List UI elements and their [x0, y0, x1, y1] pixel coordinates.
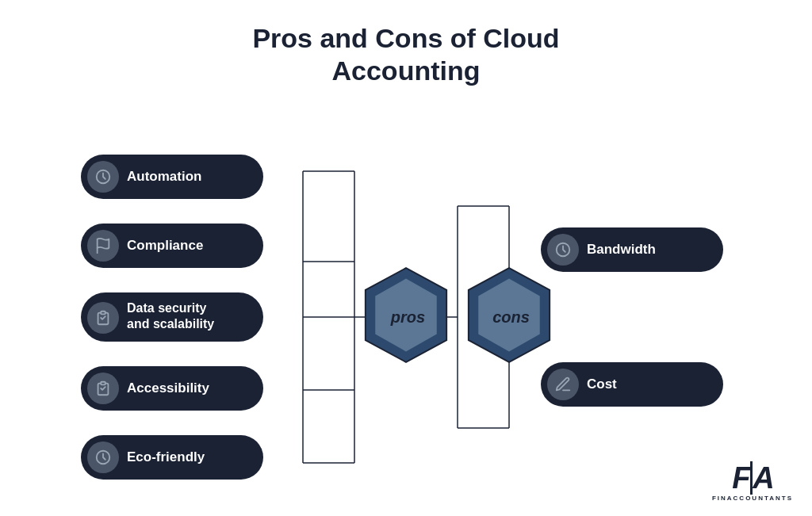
pill-accessibility: Accessibility [81, 366, 263, 411]
bandwidth-icon [547, 234, 579, 266]
pill-cost: Cost [541, 362, 723, 407]
cost-icon [547, 369, 579, 400]
compliance-label: Compliance [127, 238, 203, 254]
pill-eco-friendly: Eco-friendly [81, 435, 263, 480]
svg-rect-16 [101, 382, 105, 385]
eco-icon [87, 441, 119, 473]
cons-hexagon: cons [465, 265, 557, 369]
cons-label: cons [492, 308, 530, 327]
pill-compliance: Compliance [81, 224, 263, 268]
data-security-label: Data securityand scalability [127, 300, 214, 332]
pros-label: pros [391, 308, 425, 327]
flag-icon [87, 230, 119, 262]
pill-automation: Automation [81, 155, 263, 199]
accessibility-label: Accessibility [127, 380, 209, 396]
logo: FA FINACCOUNTANTS [712, 463, 793, 502]
pill-bandwidth: Bandwidth [541, 227, 723, 272]
automation-label: Automation [127, 169, 201, 185]
svg-rect-15 [101, 312, 105, 315]
pill-data-security: Data securityand scalability [81, 292, 263, 342]
pros-hexagon: pros [362, 265, 454, 369]
accessibility-icon [87, 373, 119, 404]
eco-friendly-label: Eco-friendly [127, 449, 205, 465]
page-title: Pros and Cons of Cloud Accounting [0, 0, 812, 87]
bandwidth-label: Bandwidth [587, 242, 656, 258]
logo-subtitle: FINACCOUNTANTS [712, 495, 793, 502]
clock-icon [87, 161, 119, 193]
cost-label: Cost [587, 376, 617, 392]
logo-letters: FA [732, 463, 773, 493]
clipboard-icon [87, 302, 119, 334]
